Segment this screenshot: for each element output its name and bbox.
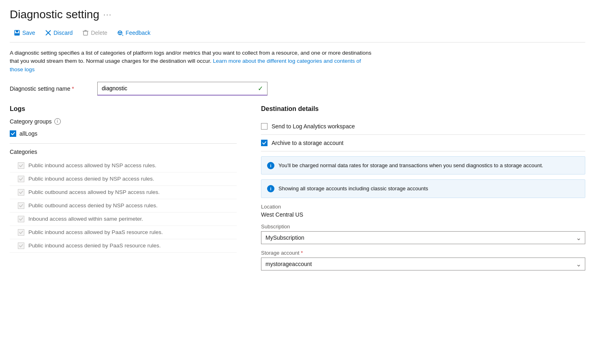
category-item-text-5: Public inbound access allowed by PaaS re… — [28, 229, 163, 235]
subscription-label: Subscription — [261, 224, 585, 230]
category-groups-label: Category groups — [10, 118, 52, 125]
log-analytics-row: Send to Log Analytics workspace — [261, 118, 585, 135]
delete-icon — [82, 30, 89, 36]
archive-storage-checkbox[interactable] — [261, 140, 268, 146]
list-item: Public outbound access denied by NSP acc… — [10, 199, 237, 213]
logs-section-title: Logs — [10, 105, 237, 113]
subscription-select[interactable]: MySubscription — [261, 231, 585, 244]
setting-name-input-wrapper: ✓ — [97, 82, 268, 96]
description: A diagnostic setting specifies a list of… — [10, 49, 375, 74]
storage-required-star: * — [301, 250, 303, 256]
logs-panel: Logs Category groups i allLogs Categorie… — [10, 105, 237, 276]
svg-point-13 — [120, 32, 121, 33]
svg-point-12 — [119, 32, 120, 33]
info-banner-text-1: You'll be charged normal data rates for … — [278, 162, 543, 170]
divider-1 — [10, 143, 237, 144]
location-value: West Central US — [261, 211, 585, 218]
title-ellipsis: ··· — [103, 11, 112, 19]
subscription-section: Subscription MySubscription — [261, 224, 585, 244]
feedback-icon — [117, 30, 124, 36]
info-banner-storage: i Showing all storage accounts including… — [261, 179, 585, 198]
storage-account-select[interactable]: mystorageaccount — [261, 258, 585, 270]
category-checkbox-6[interactable] — [18, 243, 24, 249]
required-star: * — [72, 85, 74, 92]
category-checkbox-2[interactable] — [18, 189, 24, 196]
svg-rect-2 — [15, 33, 19, 35]
svg-rect-1 — [16, 30, 18, 32]
category-checkbox-0[interactable] — [18, 162, 24, 169]
main-content: Logs Category groups i allLogs Categorie… — [10, 105, 585, 276]
info-banner-charges: i You'll be charged normal data rates fo… — [261, 156, 585, 175]
log-analytics-checkbox[interactable] — [261, 123, 268, 130]
archive-storage-row: Archive to a storage account — [261, 135, 585, 151]
category-item-text-2: Public outbound access allowed by NSP ac… — [28, 189, 160, 195]
save-icon — [14, 30, 20, 36]
storage-account-select-wrapper: mystorageaccount — [261, 258, 585, 270]
info-icon-2: i — [267, 185, 274, 192]
list-item: Public outbound access allowed by NSP ac… — [10, 186, 237, 199]
log-analytics-label: Send to Log Analytics workspace — [272, 123, 355, 130]
category-item-text-0: Public inbound access allowed by NSP acc… — [28, 162, 156, 168]
destination-panel: Destination details Send to Log Analytic… — [261, 105, 585, 276]
svg-line-11 — [122, 35, 123, 36]
allLogs-checkbox[interactable] — [10, 130, 16, 137]
svg-rect-5 — [83, 31, 88, 35]
category-checkbox-3[interactable] — [18, 202, 24, 209]
page-title: Diagnostic setting ··· — [10, 8, 585, 21]
setting-name-label: Diagnostic setting name * — [10, 85, 91, 92]
list-item: Public inbound access allowed by PaaS re… — [10, 226, 237, 239]
discard-icon — [45, 30, 51, 36]
category-checkbox-4[interactable] — [18, 216, 24, 222]
list-item: Inbound access allowed within same perim… — [10, 213, 237, 226]
category-checkbox-1[interactable] — [18, 176, 24, 182]
allLogs-label: allLogs — [19, 130, 37, 137]
valid-check-icon: ✓ — [258, 85, 263, 92]
category-groups-header: Category groups i — [10, 118, 237, 125]
feedback-button[interactable]: Feedback — [113, 28, 154, 38]
location-label: Location — [261, 204, 585, 210]
storage-account-label: Storage account * — [261, 250, 585, 256]
allLogs-checkbox-row: allLogs — [10, 129, 237, 138]
list-item: Public inbound access denied by NSP acce… — [10, 172, 237, 186]
setting-name-row: Diagnostic setting name * ✓ — [10, 82, 585, 96]
categories-label: Categories — [10, 149, 237, 155]
save-button[interactable]: Save — [10, 28, 39, 38]
list-item: Public inbound access denied by PaaS res… — [10, 239, 237, 253]
category-item-text-3: Public outbound access denied by NSP acc… — [28, 202, 158, 209]
archive-storage-label: Archive to a storage account — [272, 140, 343, 146]
category-item-text-4: Inbound access allowed within same perim… — [28, 216, 143, 222]
category-item-text-1: Public inbound access denied by NSP acce… — [28, 176, 154, 182]
info-icon-1: i — [267, 162, 274, 169]
location-section: Location West Central US — [261, 204, 585, 218]
list-item: Public inbound access allowed by NSP acc… — [10, 159, 237, 172]
toolbar: Save Discard Delete — [10, 28, 585, 43]
categories-list: Public inbound access allowed by NSP acc… — [10, 159, 237, 253]
category-item-text-6: Public inbound access denied by PaaS res… — [28, 243, 161, 249]
category-groups-info-icon[interactable]: i — [54, 118, 61, 125]
subscription-select-wrapper: MySubscription — [261, 231, 585, 244]
category-checkbox-5[interactable] — [18, 229, 24, 236]
setting-name-input[interactable] — [102, 85, 247, 92]
delete-button[interactable]: Delete — [78, 28, 111, 38]
destination-section-title: Destination details — [261, 105, 585, 113]
storage-account-section: Storage account * mystorageaccount — [261, 250, 585, 270]
info-banner-text-2: Showing all storage accounts including c… — [278, 185, 428, 193]
discard-button[interactable]: Discard — [41, 28, 77, 38]
